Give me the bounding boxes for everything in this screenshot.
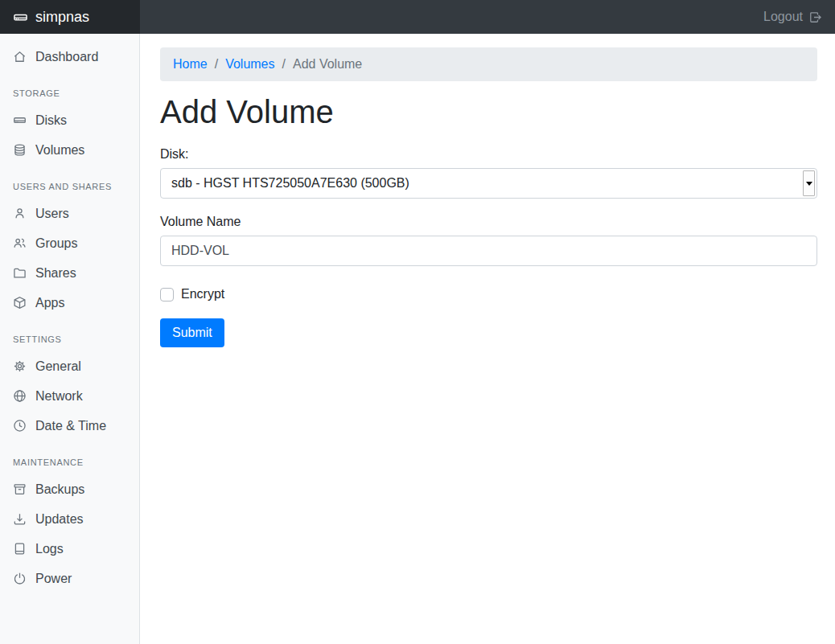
sidebar-item-label: Power [35, 572, 72, 586]
sidebar-item-shares[interactable]: Shares [0, 258, 139, 288]
sidebar-item-groups[interactable]: Groups [0, 228, 139, 258]
disk-select-value: sdb - HGST HTS725050A7E630 (500GB) [171, 176, 409, 191]
volume-name-input[interactable] [160, 236, 817, 266]
box-icon [13, 296, 27, 310]
breadcrumb-home-link[interactable]: Home [173, 57, 208, 72]
sidebar-item-label: Logs [35, 542, 64, 556]
sidebar-item-label: Apps [35, 296, 64, 310]
encrypt-row: Encrypt [160, 287, 817, 301]
top-navbar: simpnas Logout [0, 0, 835, 34]
sidebar-item-network[interactable]: Network [0, 381, 139, 411]
submit-button[interactable]: Submit [160, 318, 224, 347]
volume-name-field-group: Volume Name [160, 215, 817, 266]
sidebar-section-users-shares: USERS AND SHARES [0, 176, 139, 197]
brand[interactable]: simpnas [0, 0, 140, 34]
person-icon [13, 207, 27, 220]
sidebar-item-label: Shares [35, 266, 76, 281]
sidebar-item-label: Date & Time [35, 419, 106, 433]
sidebar-item-label: Updates [35, 512, 84, 527]
folder-icon [13, 266, 27, 280]
sidebar-item-general[interactable]: General [0, 351, 139, 381]
disk-label: Disk: [160, 147, 817, 162]
select-dropdown-button[interactable] [803, 170, 815, 196]
sidebar-item-label: Disks [35, 113, 67, 128]
breadcrumb-separator: / [215, 57, 218, 72]
sidebar-section-maintenance: MAINTENANCE [0, 452, 139, 473]
sidebar-item-label: Backups [35, 482, 84, 497]
sidebar-item-logs[interactable]: Logs [0, 534, 139, 564]
sidebar-item-updates[interactable]: Updates [0, 504, 139, 534]
breadcrumb-current: Add Volume [293, 57, 362, 72]
sidebar-item-label: Volumes [35, 143, 84, 158]
sidebar-item-label: General [35, 359, 81, 374]
navbar-right: Logout [140, 0, 835, 34]
page-title: Add Volume [160, 92, 817, 131]
sidebar-item-power[interactable]: Power [0, 564, 139, 593]
sidebar-item-label: Network [35, 389, 83, 404]
sidebar-section-storage: STORAGE [0, 83, 139, 104]
sidebar-item-dashboard[interactable]: Dashboard [0, 42, 139, 72]
hdd-icon [13, 113, 27, 127]
download-icon [13, 512, 27, 526]
sidebar-item-users[interactable]: Users [0, 199, 139, 228]
globe-icon [13, 389, 27, 403]
brand-label: simpnas [35, 9, 89, 26]
breadcrumb: Home / Volumes / Add Volume [160, 47, 817, 81]
sidebar-item-backups[interactable]: Backups [0, 474, 139, 504]
logout-label: Logout [763, 10, 803, 24]
sidebar-item-apps[interactable]: Apps [0, 288, 139, 318]
sidebar-item-label: Dashboard [35, 50, 98, 64]
hdd-icon [13, 10, 28, 25]
sidebar-item-disks[interactable]: Disks [0, 105, 139, 135]
disk-select[interactable]: sdb - HGST HTS725050A7E630 (500GB) [160, 168, 817, 199]
chevron-down-icon [806, 182, 812, 186]
main-content: Home / Volumes / Add Volume Add Volume D… [140, 34, 835, 644]
logout-button[interactable]: Logout [763, 10, 822, 24]
sidebar-item-date-time[interactable]: Date & Time [0, 411, 139, 441]
journal-icon [13, 542, 27, 556]
volume-name-label: Volume Name [160, 215, 817, 229]
power-icon [13, 572, 27, 585]
people-icon [13, 236, 27, 250]
disk-field-group: Disk: sdb - HGST HTS725050A7E630 (500GB) [160, 147, 817, 199]
box-arrow-right-icon [808, 10, 822, 24]
sidebar-section-settings: SETTINGS [0, 329, 139, 350]
sidebar: Dashboard STORAGE Disks [0, 34, 140, 644]
sidebar-item-label: Users [35, 207, 69, 221]
archive-icon [13, 482, 27, 496]
encrypt-label: Encrypt [181, 287, 224, 301]
breadcrumb-volumes-link[interactable]: Volumes [225, 57, 274, 72]
sidebar-item-label: Groups [35, 236, 77, 251]
sidebar-item-volumes[interactable]: Volumes [0, 135, 139, 165]
database-icon [13, 143, 27, 157]
breadcrumb-separator: / [282, 57, 286, 72]
house-icon [13, 50, 27, 64]
clock-icon [13, 419, 27, 433]
encrypt-checkbox[interactable] [160, 288, 174, 301]
gear-icon [13, 359, 27, 373]
